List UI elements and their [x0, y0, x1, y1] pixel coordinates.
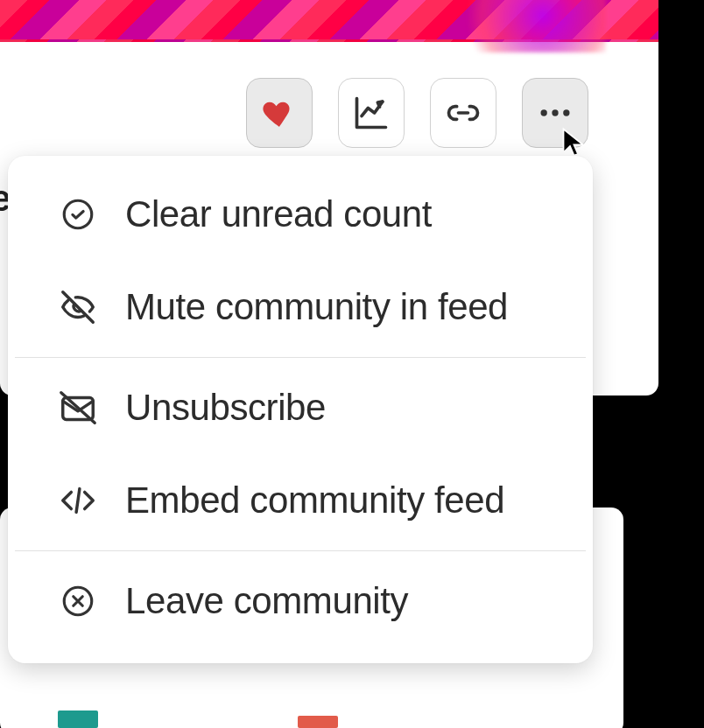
menu-item-embed[interactable]: Embed community feed — [8, 454, 593, 547]
menu-item-clear-unread[interactable]: Clear unread count — [8, 168, 593, 261]
community-actions — [246, 78, 588, 148]
menu-item-leave[interactable]: Leave community — [8, 555, 593, 648]
copy-link-button[interactable] — [430, 78, 496, 148]
mail-off-icon — [57, 388, 99, 428]
svg-point-1 — [552, 109, 558, 116]
menu-item-label: Leave community — [125, 580, 408, 622]
svg-point-2 — [563, 109, 569, 116]
close-circle-icon — [57, 583, 99, 620]
svg-point-0 — [541, 109, 547, 116]
menu-item-label: Clear unread count — [125, 193, 432, 235]
background-tile — [298, 716, 338, 728]
menu-divider — [15, 357, 586, 358]
analytics-button[interactable] — [338, 78, 405, 148]
menu-item-label: Unsubscribe — [125, 387, 326, 429]
link-icon — [444, 94, 482, 132]
menu-item-unsubscribe[interactable]: Unsubscribe — [8, 361, 593, 454]
more-button[interactable] — [522, 78, 588, 148]
menu-item-label: Mute community in feed — [125, 286, 508, 328]
code-icon — [57, 480, 99, 521]
favorite-button[interactable] — [246, 78, 313, 148]
more-icon — [536, 94, 574, 132]
heart-icon — [261, 94, 298, 131]
menu-divider — [15, 550, 586, 551]
chart-icon — [352, 94, 391, 132]
more-menu: Clear unread count Mute community in fee… — [8, 156, 593, 663]
check-circle-icon — [57, 196, 99, 233]
community-banner — [0, 0, 658, 42]
menu-item-mute[interactable]: Mute community in feed — [8, 261, 593, 354]
eye-off-icon — [57, 287, 99, 327]
background-tile — [58, 710, 98, 728]
menu-item-label: Embed community feed — [125, 480, 504, 522]
